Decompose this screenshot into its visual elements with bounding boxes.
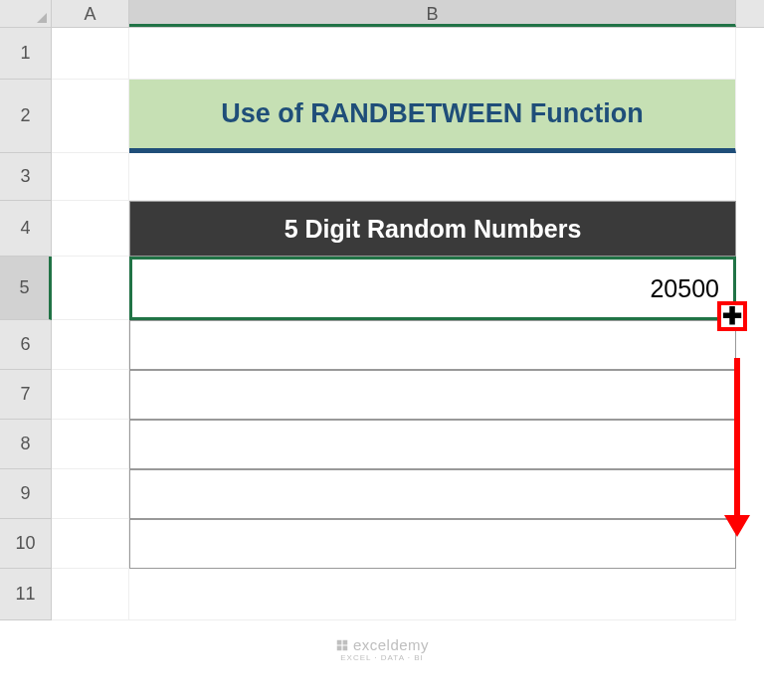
row-6: 6: [0, 320, 764, 370]
cell-b7[interactable]: [129, 370, 736, 420]
watermark: exceldemy EXCEL · DATA · BI: [0, 636, 764, 662]
column-header-b[interactable]: B: [129, 0, 736, 27]
table-header-cell[interactable]: 5 Digit Random Numbers: [129, 201, 736, 257]
watermark-tagline: EXCEL · DATA · BI: [0, 653, 764, 662]
title-cell[interactable]: Use of RANDBETWEEN Function: [129, 80, 736, 153]
cell-b9[interactable]: [129, 469, 736, 519]
row-3: 3: [0, 153, 764, 201]
drag-down-arrow-icon: [734, 358, 740, 517]
watermark-brand: exceldemy: [353, 636, 429, 653]
row-header-2[interactable]: 2: [0, 80, 52, 153]
cell-a4[interactable]: [52, 201, 129, 257]
cell-b3[interactable]: [129, 153, 736, 201]
row-4: 4 5 Digit Random Numbers: [0, 201, 764, 257]
fill-handle[interactable]: ✚: [717, 301, 747, 331]
cell-b1[interactable]: [129, 28, 736, 80]
cell-a1[interactable]: [52, 28, 129, 80]
cell-a9[interactable]: [52, 469, 129, 519]
cell-b11[interactable]: [129, 569, 736, 620]
row-header-6[interactable]: 6: [0, 320, 52, 370]
cell-a10[interactable]: [52, 519, 129, 569]
row-2: 2 Use of RANDBETWEEN Function: [0, 80, 764, 153]
row-header-11[interactable]: 11: [0, 569, 52, 620]
row-header-3[interactable]: 3: [0, 153, 52, 201]
cell-b6[interactable]: [129, 320, 736, 370]
row-1: 1: [0, 28, 764, 80]
cell-a11[interactable]: [52, 569, 129, 620]
row-5: 5 20500 ✚: [0, 257, 764, 320]
row-8: 8: [0, 420, 764, 469]
row-9: 9: [0, 469, 764, 519]
cell-a2[interactable]: [52, 80, 129, 153]
row-7: 7: [0, 370, 764, 420]
row-header-8[interactable]: 8: [0, 420, 52, 469]
watermark-logo-icon: [335, 638, 349, 655]
row-header-10[interactable]: 10: [0, 519, 52, 569]
active-cell-value: 20500: [650, 274, 719, 303]
spreadsheet-grid: A B 1 2 Use of RANDBETWEEN Function 3 4 …: [0, 0, 764, 700]
row-header-9[interactable]: 9: [0, 469, 52, 519]
cell-b10[interactable]: [129, 519, 736, 569]
column-header-a[interactable]: A: [52, 0, 129, 27]
plus-icon: ✚: [722, 304, 742, 328]
cell-a7[interactable]: [52, 370, 129, 420]
cell-a5[interactable]: [52, 257, 129, 320]
row-10: 10: [0, 519, 764, 569]
cell-a8[interactable]: [52, 420, 129, 469]
row-header-7[interactable]: 7: [0, 370, 52, 420]
active-cell-b5[interactable]: 20500 ✚: [129, 257, 736, 320]
column-header-row: A B: [0, 0, 764, 28]
row-header-1[interactable]: 1: [0, 28, 52, 80]
row-11: 11: [0, 569, 764, 620]
row-header-4[interactable]: 4: [0, 201, 52, 257]
cell-a3[interactable]: [52, 153, 129, 201]
row-header-5[interactable]: 5: [0, 257, 52, 320]
select-all-corner[interactable]: [0, 0, 52, 28]
cell-a6[interactable]: [52, 320, 129, 370]
cell-b8[interactable]: [129, 420, 736, 469]
